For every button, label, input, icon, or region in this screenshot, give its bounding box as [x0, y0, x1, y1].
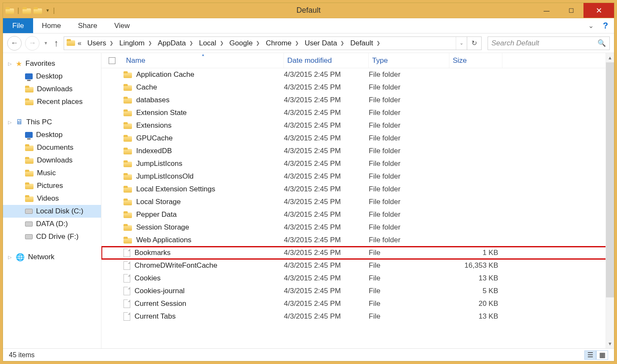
sidebar-item[interactable]: Desktop: [3, 129, 101, 141]
scroll-up-icon[interactable]: ▲: [606, 53, 614, 62]
thumbnails-view-button[interactable]: ▦: [596, 350, 608, 360]
status-bar: 45 items ☰ ▦: [3, 348, 614, 361]
file-row[interactable]: Application Cache4/3/2015 2:45 PMFile fo…: [101, 68, 614, 81]
file-date: 4/3/2015 2:45 PM: [284, 185, 369, 193]
breadcrumb-segment[interactable]: AppData❯: [154, 37, 196, 50]
sidebar-item[interactable]: Recent places: [3, 95, 101, 108]
file-row[interactable]: GPUCache4/3/2015 2:45 PMFile folder: [101, 132, 614, 145]
column-size[interactable]: Size: [449, 53, 502, 68]
thispc-header[interactable]: 🖥This PC: [3, 116, 101, 129]
properties-icon[interactable]: [22, 7, 31, 14]
minimize-button[interactable]: —: [534, 3, 559, 18]
file-row[interactable]: Bookmarks4/3/2015 2:45 PMFile1 KB: [101, 246, 614, 259]
file-tab[interactable]: File: [3, 18, 33, 33]
breadcrumb-segment[interactable]: Chrome❯: [262, 37, 301, 50]
sidebar-item[interactable]: Videos: [3, 192, 101, 205]
favorites-label: Favorites: [25, 59, 55, 68]
file-icon: [123, 287, 130, 295]
close-button[interactable]: ✕: [583, 3, 614, 18]
file-row[interactable]: Session Storage4/3/2015 2:45 PMFile fold…: [101, 221, 614, 234]
sidebar-item[interactable]: Downloads: [3, 154, 101, 167]
ribbon-expand-icon[interactable]: ⌄: [585, 18, 597, 33]
sidebar-item[interactable]: CD Drive (F:): [3, 230, 101, 243]
breadcrumb-segment[interactable]: Linglom❯: [116, 37, 154, 50]
file-row[interactable]: Local Extension Settings4/3/2015 2:45 PM…: [101, 183, 614, 196]
favorites-header[interactable]: ★Favorites: [3, 57, 101, 70]
chevron-right-icon[interactable]: ❯: [340, 40, 347, 46]
chevron-right-icon[interactable]: ❯: [256, 40, 262, 46]
column-name[interactable]: ▴Name: [123, 53, 284, 68]
refresh-button[interactable]: ↻: [467, 36, 482, 50]
file-name: Pepper Data: [136, 210, 177, 219]
breadcrumb-segment[interactable]: User Data❯: [301, 37, 347, 50]
breadcrumb-segment[interactable]: Local❯: [196, 37, 226, 50]
file-row[interactable]: databases4/3/2015 2:45 PMFile folder: [101, 94, 614, 106]
history-dropdown-icon[interactable]: ▼: [43, 41, 49, 45]
details-view-button[interactable]: ☰: [584, 350, 596, 360]
network-icon: 🌐: [16, 253, 25, 262]
breadcrumb-overflow[interactable]: «: [75, 39, 84, 47]
file-row[interactable]: Current Tabs4/3/2015 2:45 PMFile13 KB: [101, 310, 614, 323]
chevron-right-icon[interactable]: ❯: [109, 40, 116, 46]
select-all-checkbox[interactable]: [101, 57, 123, 64]
file-row[interactable]: Cookies4/3/2015 2:45 PMFile13 KB: [101, 272, 614, 285]
chevron-down-icon[interactable]: ▼: [45, 8, 50, 13]
chevron-right-icon[interactable]: ❯: [148, 40, 154, 46]
file-size: 1 KB: [449, 249, 502, 257]
item-icon: [25, 73, 33, 79]
up-button[interactable]: ↑: [52, 38, 60, 49]
sidebar-item[interactable]: Pictures: [3, 179, 101, 192]
file-row[interactable]: Cookies-journal4/3/2015 2:45 PMFile5 KB: [101, 285, 614, 297]
file-row[interactable]: Current Session4/3/2015 2:45 PMFile20 KB: [101, 297, 614, 310]
file-row[interactable]: Extension State4/3/2015 2:45 PMFile fold…: [101, 106, 614, 119]
vertical-scrollbar[interactable]: ▲ ▼: [606, 53, 614, 348]
scroll-track[interactable]: [606, 62, 614, 339]
file-date: 4/3/2015 2:45 PM: [284, 160, 369, 168]
titlebar[interactable]: | ▼ | Default — ☐ ✕: [3, 3, 614, 18]
maximize-button[interactable]: ☐: [559, 3, 583, 18]
sidebar-item[interactable]: Desktop: [3, 70, 101, 83]
scroll-down-icon[interactable]: ▼: [606, 339, 614, 348]
back-button[interactable]: ←: [7, 36, 22, 50]
sidebar-item-label: Desktop: [36, 131, 62, 139]
sidebar-item[interactable]: Local Disk (C:): [3, 205, 101, 218]
forward-button[interactable]: →: [25, 36, 39, 50]
file-name: Extension State: [136, 109, 187, 117]
search-box[interactable]: Search Default 🔍: [488, 36, 610, 50]
file-row[interactable]: Local Storage4/3/2015 2:45 PMFile folder: [101, 196, 614, 208]
chevron-right-icon[interactable]: ❯: [189, 40, 196, 46]
file-row[interactable]: IndexedDB4/3/2015 2:45 PMFile folder: [101, 145, 614, 157]
chevron-right-icon[interactable]: ❯: [295, 40, 301, 46]
tab-home[interactable]: Home: [33, 18, 69, 33]
chevron-right-icon[interactable]: ❯: [220, 40, 226, 46]
file-type: File folder: [369, 134, 449, 143]
column-date[interactable]: Date modified: [284, 53, 369, 68]
sidebar-item[interactable]: Music: [3, 167, 101, 179]
sidebar-item[interactable]: DATA (D:): [3, 218, 101, 230]
breadcrumb-segment[interactable]: Users❯: [84, 37, 116, 50]
file-row[interactable]: Cache4/3/2015 2:45 PMFile folder: [101, 81, 614, 94]
file-row[interactable]: JumpListIconsOld4/3/2015 2:45 PMFile fol…: [101, 170, 614, 183]
file-row[interactable]: ChromeDWriteFontCache4/3/2015 2:45 PMFil…: [101, 259, 614, 272]
network-header[interactable]: 🌐Network: [3, 251, 101, 263]
help-icon[interactable]: ?: [597, 18, 614, 33]
file-date: 4/3/2015 2:45 PM: [284, 83, 369, 92]
sidebar-item[interactable]: Documents: [3, 141, 101, 154]
file-row[interactable]: JumpListIcons4/3/2015 2:45 PMFile folder: [101, 157, 614, 170]
breadcrumb-segment[interactable]: Default❯: [347, 37, 383, 50]
file-row[interactable]: Extensions4/3/2015 2:45 PMFile folder: [101, 119, 614, 132]
address-bar[interactable]: « Users❯Linglom❯AppData❯Local❯Google❯Chr…: [64, 36, 467, 50]
breadcrumb-segment[interactable]: Google❯: [226, 37, 263, 50]
tab-view[interactable]: View: [106, 18, 138, 33]
chevron-right-icon[interactable]: ❯: [376, 40, 383, 46]
file-name: databases: [136, 96, 169, 104]
file-row[interactable]: Web Applications4/3/2015 2:45 PMFile fol…: [101, 234, 614, 246]
scroll-thumb[interactable]: [606, 62, 614, 297]
new-folder-icon[interactable]: [34, 7, 42, 14]
column-type[interactable]: Type: [369, 53, 449, 68]
tab-share[interactable]: Share: [70, 18, 106, 33]
file-row[interactable]: Pepper Data4/3/2015 2:45 PMFile folder: [101, 208, 614, 221]
sidebar-item-label: Pictures: [37, 182, 63, 190]
address-dropdown-icon[interactable]: ⌄: [456, 37, 467, 50]
sidebar-item[interactable]: Downloads: [3, 83, 101, 95]
